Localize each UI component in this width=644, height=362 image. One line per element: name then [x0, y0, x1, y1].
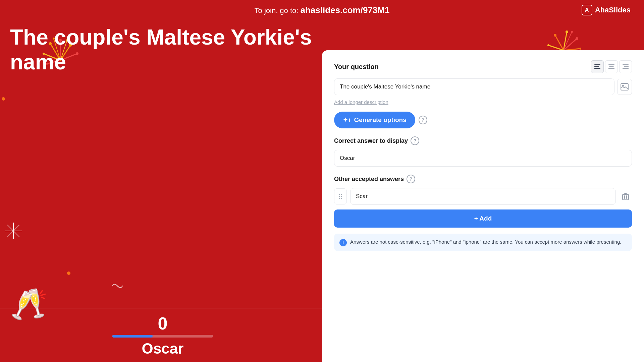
generate-icon: ✦+ — [343, 116, 352, 124]
align-right-button[interactable] — [619, 60, 632, 73]
logo-icon: A — [582, 5, 592, 15]
other-answers-help-icon[interactable]: ? — [407, 175, 415, 183]
align-left-button[interactable] — [591, 60, 604, 73]
score-label: Oscar — [142, 340, 184, 357]
svg-point-45 — [341, 194, 342, 195]
align-center-button[interactable] — [605, 60, 618, 73]
score-area: 0 Oscar — [0, 308, 325, 362]
delete-answer-button[interactable] — [619, 188, 632, 204]
info-icon: i — [339, 239, 347, 246]
question-input-row — [334, 78, 632, 95]
generate-row: ✦+ Generate options ? — [334, 112, 632, 128]
svg-point-23 — [566, 31, 568, 33]
svg-rect-38 — [608, 68, 614, 69]
correct-answer-label: Correct answer to display — [334, 137, 408, 144]
join-label: To join, go to: ahaslides.com/973M1 — [255, 6, 390, 15]
info-text: Answers are not case-sensitive, e.g. "iP… — [350, 238, 621, 246]
svg-rect-39 — [623, 64, 629, 65]
svg-point-44 — [339, 194, 340, 195]
decorative-dot-l — [2, 97, 5, 101]
svg-rect-33 — [594, 64, 600, 65]
correct-answer-section: Correct answer to display ? — [334, 136, 632, 145]
correct-answer-help-icon[interactable]: ? — [411, 136, 419, 145]
drag-handle[interactable] — [334, 188, 347, 204]
svg-point-48 — [339, 198, 340, 199]
question-input[interactable] — [334, 78, 614, 95]
correct-answer-input[interactable] — [334, 150, 632, 167]
add-btn-label: + Add — [474, 215, 492, 222]
generate-options-button[interactable]: ✦+ Generate options — [334, 112, 415, 128]
image-button[interactable] — [617, 79, 632, 95]
answer-row — [334, 188, 632, 205]
svg-rect-41 — [623, 68, 629, 69]
generate-btn-label: Generate options — [354, 116, 407, 124]
svg-point-22 — [554, 34, 556, 37]
svg-rect-35 — [594, 68, 600, 69]
svg-rect-34 — [594, 66, 599, 67]
svg-point-46 — [339, 196, 340, 197]
add-description-link[interactable]: Add a longer description — [334, 99, 388, 105]
score-bar-fill — [112, 335, 153, 338]
svg-rect-50 — [623, 194, 629, 200]
info-box: i Answers are not case-sensitive, e.g. "… — [334, 234, 632, 251]
add-answer-button[interactable]: + Add — [334, 209, 632, 228]
page-title: The couple's Maltese Yorkie's name — [10, 25, 325, 74]
other-answers-section: Other accepted answers ? — [334, 175, 632, 183]
generate-help-icon[interactable]: ? — [419, 116, 427, 124]
decorative-squiggle-br — [111, 279, 124, 295]
join-url: ahaslides.com/973M1 — [301, 5, 390, 15]
question-label: Your question — [334, 63, 379, 71]
ahaslides-logo: A AhaSlides — [582, 5, 631, 15]
svg-point-24 — [576, 37, 578, 40]
svg-point-26 — [547, 44, 549, 46]
top-bar: To join, go to: ahaslides.com/973M1 A Ah… — [0, 0, 644, 20]
align-buttons — [591, 60, 632, 73]
svg-point-25 — [579, 48, 581, 50]
svg-rect-36 — [608, 64, 614, 65]
svg-point-49 — [341, 198, 342, 199]
join-text: To join, go to: ahaslides.com/973M1 — [255, 5, 390, 15]
decorative-star — [3, 221, 23, 245]
other-answers-label: Other accepted answers — [334, 176, 404, 183]
score-bar-wrapper — [112, 335, 213, 338]
svg-point-47 — [341, 196, 342, 197]
svg-point-27 — [571, 31, 573, 33]
logo-text: AhaSlides — [595, 6, 631, 14]
svg-rect-37 — [609, 66, 614, 67]
svg-point-32 — [12, 230, 14, 232]
svg-rect-40 — [624, 66, 629, 67]
right-panel: Your question Add a longer description ✦… — [322, 50, 644, 362]
question-header: Your question — [334, 60, 632, 73]
decorative-dot-bl — [67, 272, 70, 275]
other-answer-input[interactable] — [350, 188, 616, 205]
score-number: 0 — [158, 313, 168, 334]
